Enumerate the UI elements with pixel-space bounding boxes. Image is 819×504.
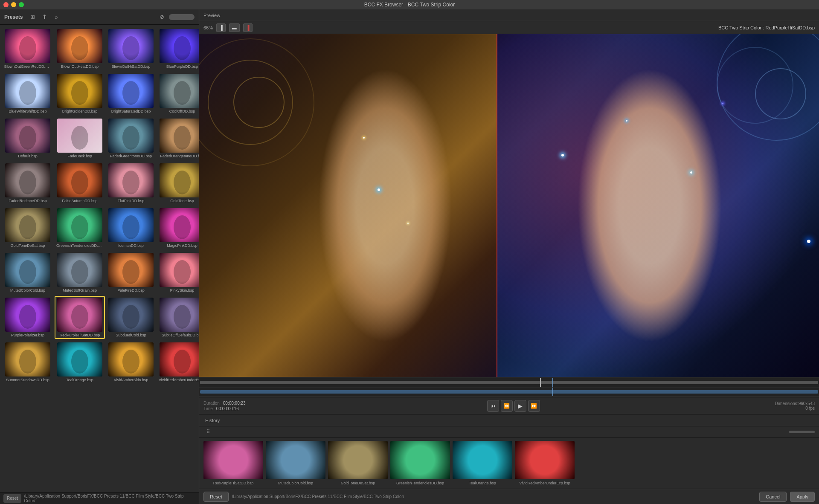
- preset-thumb-muted-cold: [5, 253, 50, 287]
- options-icon[interactable]: ⊘: [157, 12, 166, 22]
- preset-item-blown-out-heat[interactable]: BlownOutHeatDD.bsp: [55, 27, 105, 70]
- preset-label-pinky: PinkySkin.bsp: [170, 288, 195, 293]
- preset-item-magic-pink[interactable]: MagicPinkDD.bsp: [157, 206, 199, 249]
- preset-label-muted-cold: MutedColorCold.bsp: [10, 288, 45, 293]
- search-icon[interactable]: ⌕: [52, 12, 61, 22]
- preset-thumb-purple-pol: [5, 298, 50, 332]
- preset-thumb-blown-out-heat: [57, 29, 102, 63]
- history-item[interactable]: RedPurpleHiSatDD.bsp: [203, 441, 263, 485]
- preset-item-goldtone-desat[interactable]: GoldToneDeSat.bsp: [3, 206, 53, 249]
- preset-item-blown-out-sat[interactable]: BlownOutHiSatDD.bsp: [107, 27, 155, 70]
- preset-label-faded-orange: FadedOrangetoneDD.bsp: [160, 154, 199, 158]
- history-item[interactable]: GreenishTendenciesDD.bsp: [390, 441, 450, 485]
- history-panel: History ⠿ RedPurpleHiSatDD.bsp MutedColo…: [199, 414, 819, 489]
- preset-item-flat-pink[interactable]: FlatPinkDD.bsp: [107, 162, 155, 205]
- preview-header: Preview: [199, 9, 819, 21]
- preset-item-purple-pol[interactable]: PurplePolarizer.bsp: [3, 296, 53, 339]
- preset-thumb-magic-pink: [160, 208, 199, 242]
- timeline-track-bottom[interactable]: [199, 388, 819, 396]
- preview-area: [199, 34, 819, 377]
- preset-item-red-purple[interactable]: RedPurpleHiSatDD.bsp: [55, 296, 105, 339]
- timeline-bar-top: [200, 381, 818, 384]
- preset-item-cool-off[interactable]: CoolOffDD.bsp: [157, 72, 199, 115]
- history-options-icon[interactable]: ⠿: [203, 427, 213, 437]
- preset-thumb-bright-golden: [57, 74, 102, 108]
- preset-label-bright-golden: BrightGoldenDD.bsp: [62, 109, 98, 113]
- preset-item-blown-out-green[interactable]: BlownOutGreenRedDD.bsp: [3, 27, 53, 70]
- reset-button-left[interactable]: Reset: [3, 494, 21, 503]
- window-controls[interactable]: [3, 2, 24, 7]
- preset-item-pale-fire[interactable]: PaleFireDD.bsp: [107, 251, 155, 294]
- preset-item-bright-sat[interactable]: BrightSaturatedDD.bsp: [107, 72, 155, 115]
- maximize-button[interactable]: [19, 2, 24, 7]
- preset-item-greenish[interactable]: GreenishTendenciesDD.bsp: [55, 206, 105, 249]
- history-thumb: [390, 441, 450, 479]
- face-left: [318, 68, 452, 342]
- preset-item-false-autumn[interactable]: FalseAutumnDD.bsp: [55, 162, 105, 205]
- close-button[interactable]: [3, 2, 9, 7]
- preset-item-fadeback[interactable]: FadeBack.bsp: [55, 117, 105, 160]
- preset-thumb-faded-red: [5, 163, 50, 197]
- preset-item-goldtone[interactable]: GoldTone.bsp: [157, 162, 199, 205]
- history-item[interactable]: GoldToneDeSat.bsp: [328, 441, 388, 485]
- preset-item-blue-purple[interactable]: BluePurpleDD.bsp: [157, 27, 199, 70]
- view-mode-center[interactable]: ▬: [229, 23, 240, 32]
- history-tab[interactable]: History: [203, 418, 221, 423]
- preset-item-subdued-cold[interactable]: SubduedCold.bsp: [107, 296, 155, 339]
- preset-label-blown-out-sat: BlownOutHiSatDD.bsp: [111, 64, 150, 69]
- preset-item-faded-orange[interactable]: FadedOrangetoneDD.bsp: [157, 117, 199, 160]
- history-thumb: [453, 441, 512, 479]
- history-header: History: [199, 414, 819, 426]
- preview-divider[interactable]: [497, 34, 497, 377]
- history-item[interactable]: VividRedAmberUnderExp.bsp: [515, 441, 575, 485]
- minimize-button[interactable]: [11, 2, 16, 7]
- preset-item-summer-sun[interactable]: SummerSundownDD.bsp: [3, 341, 53, 384]
- duration-info: Duration 00:00:00:23 Time 00:00:00:16: [203, 401, 263, 411]
- preset-label-blue-purple: BluePurpleDD.bsp: [166, 64, 198, 69]
- preset-item-bright-golden[interactable]: BrightGoldenDD.bsp: [55, 72, 105, 115]
- play-button[interactable]: ▶: [514, 400, 526, 412]
- preview-left: [199, 34, 497, 377]
- step-back-button[interactable]: ⏪: [501, 400, 513, 412]
- preset-label-faded-green: FadedGreentoneDD.bsp: [110, 154, 152, 158]
- preset-item-default[interactable]: Default.bsp: [3, 117, 53, 160]
- preset-item-blue-white[interactable]: BlueWhiteShiftDD.bsp: [3, 72, 53, 115]
- size-slider[interactable]: [169, 14, 195, 20]
- bottom-bar: Reset /Library/Application Support/Boris…: [199, 489, 819, 504]
- preset-thumb-goldtone-desat: [5, 208, 50, 242]
- preset-item-subtle-off[interactable]: SubtleOffDefaultDD.bsp: [157, 296, 199, 339]
- preset-item-pinky[interactable]: PinkySkin.bsp: [157, 251, 199, 294]
- timeline-track-top[interactable]: [199, 378, 819, 387]
- history-item[interactable]: MutedColorCold.bsp: [266, 441, 325, 485]
- step-forward-button[interactable]: ⏩: [528, 400, 540, 412]
- preset-item-iceman[interactable]: IcemanDD.bsp: [107, 206, 155, 249]
- history-toolbar: ⠿: [199, 426, 819, 437]
- preset-item-vivid-red[interactable]: VividRedAmberUnderExp.bsp: [157, 341, 199, 384]
- reset-button[interactable]: Reset: [203, 492, 229, 502]
- preset-label-goldtone-desat: GoldToneDeSat.bsp: [11, 243, 45, 248]
- preset-item-muted-soft[interactable]: MutedSoftGrain.bsp: [55, 251, 105, 294]
- preset-item-vivid-amber[interactable]: VividAmberSkin.bsp: [107, 341, 155, 384]
- preset-item-faded-green[interactable]: FadedGreentoneDD.bsp: [107, 117, 155, 160]
- view-mode-left[interactable]: ▐: [216, 23, 226, 32]
- history-thumb: [266, 441, 325, 479]
- upload-icon[interactable]: ⬆: [40, 12, 49, 22]
- preset-thumb-greenish: [57, 208, 102, 242]
- go-start-button[interactable]: ⏮: [487, 400, 499, 412]
- apply-button[interactable]: Apply: [790, 492, 815, 502]
- preset-thumb-faded-orange: [160, 119, 199, 153]
- preset-item-teal-orange[interactable]: TealOrange.bsp: [55, 341, 105, 384]
- preset-thumb-cool-off: [160, 74, 199, 108]
- preset-label-flat-pink: FlatPinkDD.bsp: [118, 199, 145, 203]
- history-label: RedPurpleHiSatDD.bsp: [213, 481, 254, 485]
- grid-icon[interactable]: ⊞: [28, 12, 37, 22]
- preset-label-bright-sat: BrightSaturatedDD.bsp: [111, 109, 151, 113]
- preset-item-faded-red[interactable]: FadedRedtoneDD.bsp: [3, 162, 53, 205]
- view-mode-right[interactable]: ▐: [243, 23, 253, 32]
- preset-item-muted-cold[interactable]: MutedColorCold.bsp: [3, 251, 53, 294]
- cancel-button[interactable]: Cancel: [759, 492, 787, 502]
- history-item[interactable]: TealOrange.bsp: [453, 441, 512, 485]
- preset-label-muted-soft: MutedSoftGrain.bsp: [63, 288, 97, 293]
- history-size-slider[interactable]: [789, 431, 815, 433]
- time-row: Time 00:00:00:16: [203, 406, 263, 411]
